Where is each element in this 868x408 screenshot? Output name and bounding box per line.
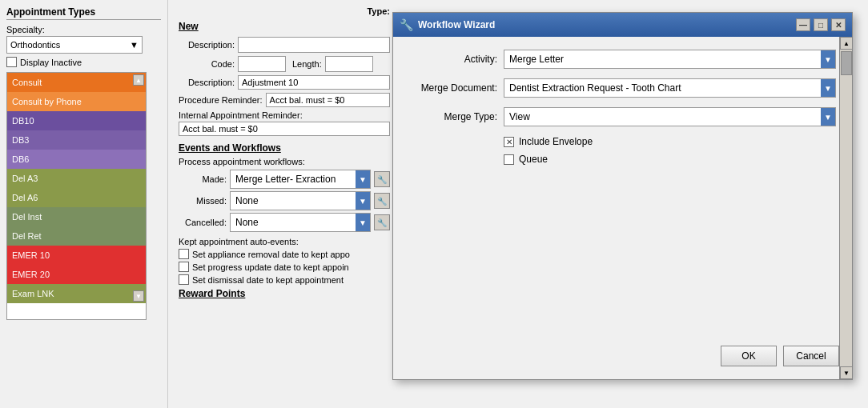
list-item[interactable]: DB3 [7, 130, 146, 150]
cancelled-row: Cancelled: None ▼ 🔧 [179, 213, 390, 232]
dialog-controls: — □ ✕ [796, 18, 846, 31]
list-item[interactable]: Del A6 [7, 188, 146, 207]
list-item[interactable]: DB6 [7, 150, 146, 169]
restore-button[interactable]: □ [814, 18, 828, 31]
desc-value-label: Description: [179, 78, 235, 87]
display-inactive-row: Display Inactive [6, 57, 161, 67]
missed-select[interactable]: None ▼ [230, 191, 371, 210]
cancel-button[interactable]: Cancel [783, 346, 839, 366]
list-item[interactable]: Exam LNK ▼ [7, 284, 146, 303]
queue-checkbox[interactable] [504, 154, 514, 165]
dialog-scrollbar[interactable]: ▲ ▼ [839, 37, 852, 379]
code-length-row: Code: Length: [179, 56, 390, 72]
scrollbar-up-button[interactable]: ▲ [840, 37, 853, 50]
display-inactive-checkbox[interactable] [6, 57, 17, 67]
appointment-list[interactable]: Consult ▲ Consult by Phone DB10 DB3 DB6 … [6, 72, 147, 320]
description-label: Description: [179, 40, 235, 50]
new-section-title: New [179, 21, 390, 32]
merge-type-dropdown-arrow[interactable]: ▼ [821, 108, 835, 126]
scroll-up-arrow[interactable]: ▲ [133, 74, 144, 86]
missed-wizard-button[interactable]: 🔧 [374, 193, 390, 209]
appliance-row: Set appliance removal date to kept appo [179, 249, 390, 259]
appointment-types-title: Appointment Types [6, 6, 161, 20]
include-envelope-row: ✕ Include Envelope [504, 136, 836, 147]
list-item[interactable]: Del Inst [7, 207, 146, 226]
merge-document-value: Dentist Extraction Request - Tooth Chart [504, 79, 821, 97]
appointment-types-panel: Appointment Types Specialty: Orthodontic… [0, 0, 168, 408]
made-select[interactable]: Merge Letter- Exraction ▼ [230, 170, 371, 189]
scrollbar-thumb[interactable] [841, 51, 852, 75]
dialog-title-left: 🔧 Workflow Wizard [400, 18, 495, 31]
cancelled-value: None [231, 214, 356, 231]
list-item[interactable]: Consult ▲ [7, 73, 146, 92]
events-title: Events and Workflows [179, 142, 390, 154]
internal-reminder-label: Internal Appointment Reminder: [179, 110, 390, 120]
list-item[interactable]: DB10 [7, 111, 146, 130]
minimize-button[interactable]: — [796, 18, 810, 31]
missed-dropdown-arrow[interactable]: ▼ [356, 192, 370, 210]
list-item[interactable]: Del Ret [7, 226, 146, 246]
cancelled-wizard-button[interactable]: 🔧 [374, 214, 390, 230]
activity-select[interactable]: Merge Letter ▼ [504, 50, 836, 69]
made-dropdown-arrow[interactable]: ▼ [356, 170, 370, 188]
workflow-wizard-dialog: 🔧 Workflow Wizard — □ ✕ Activity: Merge … [392, 12, 853, 380]
description-row: Description: [179, 37, 390, 53]
made-row: Made: Merge Letter- Exraction ▼ 🔧 [179, 170, 390, 189]
merge-type-value: View [504, 108, 821, 126]
merge-document-dropdown-arrow[interactable]: ▼ [821, 79, 835, 97]
made-label: Made: [179, 174, 227, 184]
internal-reminder-value: Acct bal. must = $0 [179, 122, 390, 136]
description-value: Adjustment 10 [238, 75, 390, 90]
missed-row: Missed: None ▼ 🔧 [179, 191, 390, 210]
scroll-down-arrow[interactable]: ▼ [133, 290, 144, 302]
activity-label: Activity: [409, 54, 497, 65]
length-input[interactable] [325, 56, 373, 72]
specialty-dropdown-arrow: ▼ [130, 40, 139, 50]
process-label: Process appointment workflows: [179, 157, 390, 166]
merge-type-select[interactable]: View ▼ [504, 107, 836, 126]
made-value: Merge Letter- Exraction [231, 170, 356, 188]
procedure-reminder-row: Procedure Reminder: Acct bal. must = $0 [179, 93, 390, 107]
dialog-title: Workflow Wizard [418, 19, 495, 30]
reward-label: Reward Points [179, 288, 390, 299]
progress-checkbox[interactable] [179, 262, 189, 272]
type-row: Type: [179, 6, 390, 16]
dismissal-checkbox[interactable] [179, 274, 189, 285]
list-item[interactable]: EMER 20 [7, 265, 146, 284]
kept-label: Kept appointment auto-events: [179, 237, 390, 246]
wand-icon: 🔧 [400, 18, 413, 31]
appliance-label: Set appliance removal date to kept appo [192, 250, 350, 259]
display-inactive-label: Display Inactive [20, 58, 82, 67]
description-input[interactable] [238, 37, 390, 53]
merge-document-select[interactable]: Dentist Extraction Request - Tooth Chart… [504, 78, 836, 98]
dialog-body: Activity: Merge Letter ▼ Merge Document:… [393, 37, 852, 184]
merge-document-row: Merge Document: Dentist Extraction Reque… [409, 78, 836, 98]
dialog-titlebar: 🔧 Workflow Wizard — □ ✕ [393, 13, 852, 37]
length-label: Length: [292, 59, 322, 69]
scrollbar-down-button[interactable]: ▼ [840, 366, 853, 379]
activity-value: Merge Letter [504, 50, 821, 68]
queue-row: Queue [504, 154, 836, 165]
cancelled-dropdown-arrow[interactable]: ▼ [356, 214, 370, 231]
progress-label: Set progress update date to kept appoin [192, 262, 349, 272]
close-button[interactable]: ✕ [831, 18, 846, 31]
made-wizard-button[interactable]: 🔧 [374, 171, 390, 187]
procedure-reminder-value: Acct bal. must = $0 [266, 93, 390, 107]
desc-value-row: Description: Adjustment 10 [179, 75, 390, 90]
include-envelope-checkbox[interactable]: ✕ [504, 137, 514, 147]
appliance-checkbox[interactable] [179, 249, 189, 259]
specialty-select[interactable]: Orthodontics ▼ [6, 36, 143, 54]
merge-type-label: Merge Type: [409, 111, 497, 122]
specialty-value: Orthodontics [10, 40, 60, 50]
procedure-reminder-label: Procedure Reminder: [179, 95, 263, 105]
cancelled-select[interactable]: None ▼ [230, 213, 371, 232]
list-item[interactable]: Del A3 [7, 169, 146, 188]
missed-value: None [231, 192, 356, 210]
list-item[interactable]: Consult by Phone [7, 92, 146, 111]
list-item[interactable]: EMER 10 [7, 246, 146, 265]
activity-dropdown-arrow[interactable]: ▼ [821, 50, 835, 68]
code-input[interactable] [238, 56, 286, 72]
ok-button[interactable]: OK [721, 346, 777, 366]
main-window: Appointment Types Specialty: Orthodontic… [0, 0, 868, 408]
activity-row: Activity: Merge Letter ▼ [409, 50, 836, 69]
